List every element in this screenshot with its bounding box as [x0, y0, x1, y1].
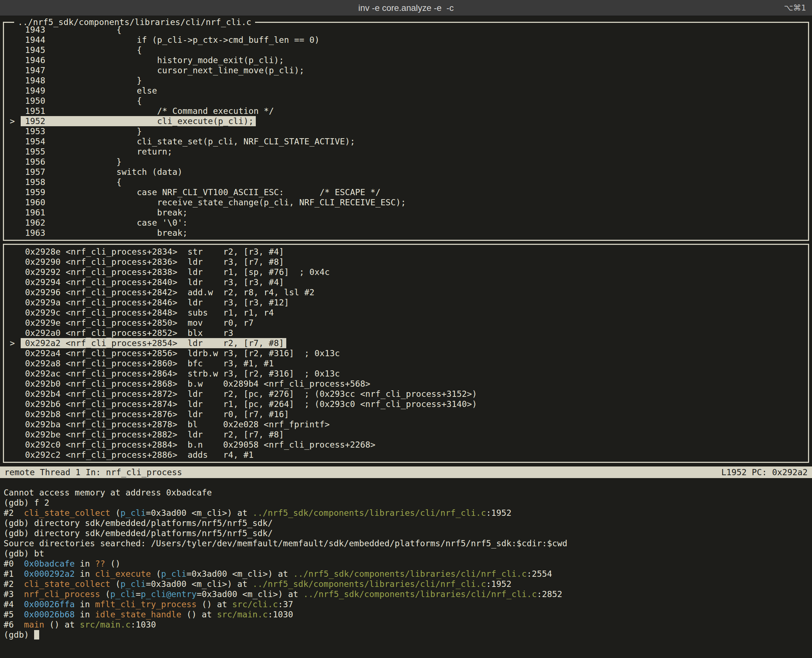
source-line: 1949 else [4, 86, 808, 96]
gdb-console[interactable]: Cannot access memory at address 0xbadcaf… [0, 478, 812, 640]
terminal-content[interactable]: ../nrf5_sdk/components/libraries/cli/nrf… [0, 16, 812, 658]
console-text-segment: =0x3ad00 <m_cli>) at [187, 569, 293, 578]
console-text-segment: idle_state_handle [95, 610, 182, 619]
current-instruction-marker: > [10, 338, 15, 348]
source-code: case '\0': [45, 218, 188, 227]
disassembly-line: 0x292b4 <nrf_cli_process+2872> ldr r2, [… [4, 389, 808, 399]
source-code: /* Command execution */ [45, 106, 274, 116]
console-text-segment: 0x0badcafe [24, 559, 75, 569]
status-thread-info: remote Thread 1 In: nrf_cli_process [4, 467, 182, 478]
window-titlebar[interactable]: inv -e core.analyze -e -c ⌥⌘1 [0, 0, 812, 16]
source-line: 1943 { [4, 25, 808, 35]
disassembly-panel: 0x2928e <nrf_cli_process+2834> str r2, [… [3, 244, 809, 463]
source-line-number: 1957 [25, 167, 45, 177]
console-text-segment: Source directories searched: /Users/tyle… [4, 539, 567, 548]
console-text-segment: cli_execute [95, 569, 151, 578]
console-text-segment: 0x00026b68 [24, 610, 75, 619]
source-line-number: 1946 [25, 55, 45, 65]
source-line: 1958 { [4, 177, 808, 187]
source-code: } [45, 76, 142, 85]
console-text-segment: cli_state_collect [24, 508, 110, 518]
console-text-segment: in [75, 610, 95, 619]
source-line: >1952 cli_execute(p_cli); [4, 116, 808, 126]
disassembly-text: 0x2929a <nrf_cli_process+2846> ldr r3, [… [25, 298, 289, 308]
source-line-text: 1949 else [25, 86, 157, 96]
console-text-segment: p_cli [110, 589, 136, 599]
window-title: inv -e core.analyze -e -c [359, 3, 454, 13]
source-line-number: 1956 [25, 157, 45, 166]
console-text-segment: = [136, 589, 141, 599]
console-text-segment: :2554 [527, 569, 552, 578]
console-line: (gdb) directory sdk/embedded/platforms/n… [4, 528, 808, 538]
disassembly-text: 0x292c2 <nrf_cli_process+2886> adds r4, … [25, 450, 254, 460]
source-line: 1953 } [4, 126, 808, 136]
console-text-segment: p_cli [161, 569, 187, 578]
source-line-text: 1955 return; [25, 147, 172, 157]
disassembly-lines: 0x2928e <nrf_cli_process+2834> str r2, [… [4, 247, 808, 460]
console-text-segment: p_cli@entry [141, 589, 197, 599]
console-text-segment: #1 [4, 569, 24, 578]
console-text-segment: () at [44, 620, 80, 629]
disassembly-text: 0x292b0 <nrf_cli_process+2868> b.w 0x289… [25, 379, 370, 389]
source-code: { [45, 25, 122, 34]
disassembly-line: 0x292a8 <nrf_cli_process+2860> bfc r3, #… [4, 359, 808, 368]
console-text-segment: p_cli [121, 579, 146, 589]
source-code: cli_execute(p_cli); [45, 116, 254, 126]
console-text-segment: Cannot access memory at address 0xbadcaf… [4, 488, 212, 497]
source-line-text: 1960 receive_state_change(p_cli, NRF_CLI… [25, 197, 406, 207]
source-line: 1960 receive_state_change(p_cli, NRF_CLI… [4, 197, 808, 207]
console-text-segment: :1952 [486, 579, 512, 589]
source-line: 1947 cursor_next_line_move(p_cli); [4, 65, 808, 75]
console-text-segment: ( [151, 569, 161, 578]
source-line-number: 1950 [25, 96, 45, 105]
console-text-segment: src/cli.c [232, 600, 278, 609]
source-code: } [45, 157, 122, 166]
source-line-number: 1952 [25, 116, 45, 126]
console-text-segment: #5 [4, 610, 24, 619]
console-text-segment: (gdb) directory sdk/embedded/platforms/n… [4, 528, 273, 538]
console-text-segment: (gdb) bt [4, 549, 44, 558]
console-text-segment: in [75, 600, 95, 609]
source-line-number: 1961 [25, 208, 45, 217]
console-line: #4 0x00026ffa in mflt_cli_try_process ()… [4, 599, 808, 609]
source-code: receive_state_change(p_cli, NRF_CLI_RECE… [45, 198, 406, 207]
console-text-segment: nrf_cli_process [24, 589, 100, 599]
gdb-prompt-line[interactable]: (gdb) [4, 630, 808, 640]
source-code: cursor_next_line_move(p_cli); [45, 66, 304, 75]
source-line: 1956 } [4, 157, 808, 167]
gdb-prompt: (gdb) [4, 630, 34, 639]
disassembly-line: 0x292ac <nrf_cli_process+2864> strb.w r3… [4, 368, 808, 379]
current-line-marker: > [10, 116, 15, 126]
disassembly-text: 0x2928e <nrf_cli_process+2834> str r2, [… [25, 247, 284, 257]
source-code: if (p_cli->p_ctx->cmd_buff_len == 0) [45, 35, 320, 45]
source-line-text: 1961 break; [25, 207, 188, 218]
source-line-text: 1952 cli_execute(p_cli); [21, 116, 256, 126]
disassembly-text: 0x292a4 <nrf_cli_process+2856> ldrb.w r3… [25, 348, 340, 359]
terminal-window: inv -e core.analyze -e -c ⌥⌘1 ../nrf5_sd… [0, 0, 812, 658]
source-line-number: 1954 [25, 137, 45, 146]
console-text-segment: :37 [278, 600, 293, 609]
console-line: Source directories searched: /Users/tyle… [4, 538, 808, 548]
source-line-number: 1955 [25, 147, 45, 156]
disassembly-line: 0x292c2 <nrf_cli_process+2886> adds r4, … [4, 450, 808, 460]
console-text-segment: #2 [4, 579, 24, 589]
source-code: cli_state_set(p_cli, NRF_CLI_STATE_ACTIV… [45, 137, 355, 146]
source-line-text: 1943 { [25, 25, 122, 35]
source-line-text: 1957 switch (data) [25, 167, 182, 177]
disassembly-line: 0x29294 <nrf_cli_process+2840> ldr r3, [… [4, 277, 808, 287]
disassembly-text: 0x292a2 <nrf_cli_process+2854> ldr r2, [… [21, 338, 286, 348]
disassembly-line: 0x292a0 <nrf_cli_process+2852> blx r3 [4, 328, 808, 338]
terminal-cursor [34, 630, 39, 639]
disassembly-line: 0x292b8 <nrf_cli_process+2876> ldr r0, [… [4, 409, 808, 419]
source-lines: 1943 {1944 if (p_cli->p_ctx->cmd_buff_le… [4, 25, 808, 238]
source-line-number: 1953 [25, 127, 45, 136]
source-line-number: 1945 [25, 45, 45, 55]
disassembly-text: 0x292b8 <nrf_cli_process+2876> ldr r0, [… [25, 409, 289, 419]
disassembly-text: 0x29294 <nrf_cli_process+2840> ldr r3, [… [25, 277, 284, 287]
console-text-segment: ../nrf5_sdk/components/libraries/cli/nrf… [252, 579, 486, 589]
source-line-text: 1958 { [25, 177, 122, 187]
console-text-segment: #4 [4, 600, 24, 609]
source-line-number: 1963 [25, 228, 45, 238]
source-line-number: 1960 [25, 198, 45, 207]
source-line-number: 1949 [25, 86, 45, 96]
